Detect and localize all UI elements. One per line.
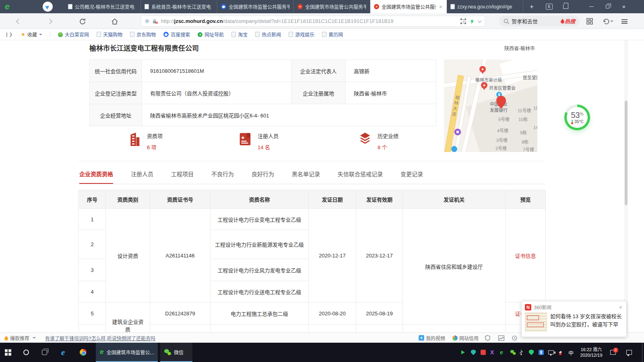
- recommended-link[interactable]: 有谁了解千锋培训吗?怎么样,听说快倒闭了还能去吗: [45, 335, 155, 341]
- bookmark-item[interactable]: 黄历网: [322, 31, 343, 38]
- map-star-pin[interactable]: ★: [481, 82, 487, 88]
- window-close-button[interactable]: ×: [617, 0, 631, 13]
- navigation-compass-icon[interactable]: [43, 2, 53, 12]
- hot-search-button[interactable]: 热搜: [560, 17, 575, 25]
- taskbar-active-window[interactable]: e 全国建筑市场监管公...: [96, 343, 158, 362]
- taskbar-wechat-window[interactable]: 微信: [160, 343, 192, 362]
- tray-usb-icon[interactable]: [519, 350, 523, 356]
- action-center-button[interactable]: [626, 350, 632, 355]
- map-location-pin[interactable]: [496, 96, 506, 109]
- bookmark-item[interactable]: 大白菜官网: [58, 31, 89, 38]
- history-undo-button[interactable]: [601, 16, 614, 27]
- browser-tab-2[interactable]: 系统首页-榆林市长江送变电: [141, 0, 217, 13]
- my-videos-button[interactable]: 我的视频: [419, 333, 445, 343]
- windows-logo-icon: [5, 349, 11, 356]
- stat-history-performance[interactable]: 历史业绩8 个: [357, 132, 398, 151]
- back-button[interactable]: [13, 16, 23, 27]
- tab-good-behavior[interactable]: 良好行为: [252, 170, 274, 184]
- news-headline[interactable]: 如何看待 13 岁女孩深夜被校长叫到办公室殴打，被逼写下早恋检讨...: [550, 313, 623, 329]
- map-shop-pin[interactable]: [454, 129, 461, 135]
- screenshot-button[interactable]: [498, 333, 504, 343]
- site-credit-button[interactable]: 网站信用: [452, 333, 479, 343]
- show-desktop-button[interactable]: [642, 343, 644, 362]
- apps-grid-button[interactable]: [584, 16, 595, 27]
- qr-code-icon[interactable]: [460, 19, 466, 24]
- taskbar-app-browser[interactable]: [80, 349, 87, 356]
- window-restore-button[interactable]: [601, 0, 614, 13]
- tray-message-icon[interactable]: 2: [610, 350, 616, 355]
- refresh-button[interactable]: [77, 16, 88, 27]
- tray-red-app-icon[interactable]: [481, 350, 486, 355]
- certificate-info-link[interactable]: 证书信息: [515, 253, 536, 259]
- search-box[interactable]: 贺孝和去世 热搜: [499, 16, 580, 27]
- popup-close-icon[interactable]: ×: [618, 304, 623, 311]
- chevron-down-icon[interactable]: [478, 19, 482, 23]
- tray-wechat-icon[interactable]: [510, 350, 516, 356]
- browser-logo-icon[interactable]: e: [5, 2, 10, 11]
- tray-security-shield-icon[interactable]: [471, 350, 476, 355]
- forward-button[interactable]: [45, 16, 56, 27]
- task-view-button[interactable]: [42, 350, 47, 355]
- tray-volume-icon[interactable]: [559, 351, 561, 354]
- tray-360-browser-icon[interactable]: e: [500, 349, 503, 356]
- tab-bad-behavior[interactable]: 不良行为: [211, 170, 234, 184]
- taskbar-app-ie[interactable]: e: [61, 348, 65, 356]
- browser-tab-6[interactable]: zzxy.nea.gov.cn/login#/ge: [447, 0, 523, 13]
- bookmark-item[interactable]: 网址导航: [198, 31, 224, 38]
- lightning-icon[interactable]: [470, 19, 474, 24]
- tab-blacklist[interactable]: 黑名单记录: [292, 170, 320, 184]
- stat-qualifications[interactable]: 资质项6 项: [127, 132, 163, 151]
- bookmark-item[interactable]: 淘宝: [231, 31, 248, 38]
- start-button[interactable]: [5, 349, 11, 356]
- favorites-button[interactable]: ★ 收藏: [21, 31, 42, 38]
- tray-downloader-icon[interactable]: [461, 350, 465, 354]
- sidebar-expander-icon[interactable]: ❙❯: [5, 32, 13, 37]
- insecure-lock-icon[interactable]: [152, 19, 158, 24]
- scrollbar-thumb[interactable]: [625, 101, 627, 205]
- tab-count-badge[interactable]: 6: [544, 0, 554, 13]
- ime-indicator[interactable]: 中: [568, 349, 574, 356]
- tray-antivirus-icon[interactable]: [529, 350, 534, 355]
- tray-thunder-icon[interactable]: X: [490, 349, 494, 356]
- caret-down-icon[interactable]: [33, 337, 36, 339]
- map-panel[interactable]: 榆林大道 榆林市审计局 医圣堂医药 开发区管委会 中国农业 发展银行 11号楼 …: [444, 60, 537, 152]
- browser-tab-5-active[interactable]: ★ 全国建筑市场监管公共服务平 ×: [370, 0, 447, 13]
- site-info-icon[interactable]: [145, 19, 149, 23]
- tab-projects[interactable]: 工程项目: [171, 170, 194, 184]
- tray-display-icon[interactable]: [548, 350, 554, 354]
- browser-tab-3[interactable]: 全国建筑市场监管公共服务平: [217, 0, 294, 13]
- search-query[interactable]: 贺孝和去世: [512, 17, 538, 25]
- tab-dishonesty-records[interactable]: 失信联合惩戒记录: [338, 170, 383, 184]
- map-star-pin[interactable]: ★: [479, 66, 486, 72]
- bookmark-item[interactable]: 京东购物: [130, 31, 156, 38]
- tab-qualifications[interactable]: 企业资质资格: [79, 170, 113, 184]
- cortana-button[interactable]: [23, 350, 29, 355]
- tray-bluetooth-icon[interactable]: [539, 350, 544, 355]
- refresh-icon: [79, 18, 86, 25]
- tab-registered-staff[interactable]: 注册人员: [131, 170, 153, 184]
- page-scrollbar[interactable]: [624, 40, 628, 332]
- bookmark-item[interactable]: 热点新闻: [255, 31, 281, 38]
- new-tab-button[interactable]: +: [526, 0, 537, 13]
- system-gauge-widget[interactable]: 53% 35°C: [564, 105, 590, 130]
- map-pin[interactable]: [451, 146, 457, 152]
- bookmark-item[interactable]: 百度搜索: [163, 31, 190, 38]
- security-shield-button[interactable]: [485, 333, 490, 343]
- menu-button[interactable]: [619, 16, 630, 27]
- tab-stack-icon[interactable]: [560, 0, 571, 13]
- window-minimize-button[interactable]: [584, 0, 598, 13]
- speed-mode-button[interactable]: [512, 333, 517, 343]
- browser-tab-4[interactable]: ★ 全国建筑市场监管公共服务平: [294, 0, 370, 13]
- stat-registered-staff[interactable]: ★ 注册人员14 名: [237, 132, 279, 151]
- address-bar[interactable]: http://jzsc.mohurd.gov.cn/data/company/d…: [141, 16, 485, 27]
- hot-recommend-label[interactable]: 爆款推荐: [10, 335, 29, 341]
- news-item[interactable]: 如何看待 13 岁女孩深夜被校长叫到办公室殴打，被逼写下早恋检讨...: [522, 311, 626, 333]
- browser-tab-1[interactable]: 公司概况-榆林市长江送变电: [64, 0, 141, 13]
- bookmark-item[interactable]: 天猫购物: [97, 31, 122, 38]
- tab-change-records[interactable]: 变更记录: [400, 170, 423, 184]
- taskbar-clock[interactable]: 16:22 周六 2020/12/19: [576, 347, 606, 358]
- bookmark-item[interactable]: 游戏娱乐: [289, 31, 314, 38]
- home-button[interactable]: [109, 16, 120, 27]
- url-text[interactable]: http://jzsc.mohurd.gov.cn/data/company/d…: [161, 18, 394, 24]
- tab-close-icon[interactable]: ×: [438, 4, 443, 10]
